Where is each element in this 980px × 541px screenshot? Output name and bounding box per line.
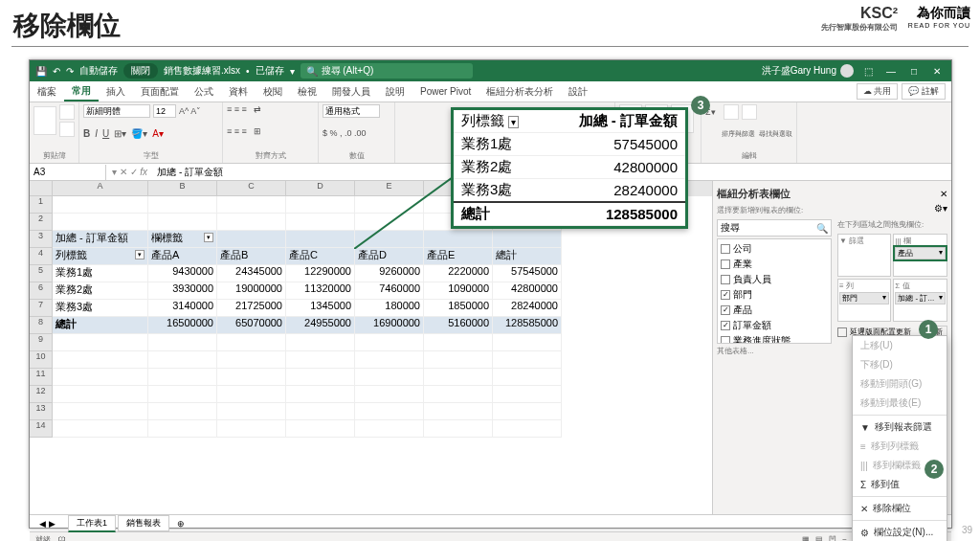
view-normal-icon[interactable]: ▦ [802, 535, 810, 541]
maximize-icon[interactable]: □ [905, 66, 923, 77]
sheet-tab[interactable]: 工作表1 [68, 515, 116, 532]
row-header[interactable]: 5 [30, 265, 53, 282]
tab-formulas[interactable]: 公式 [187, 81, 221, 101]
redo-icon[interactable]: ↷ [66, 66, 74, 77]
dropdown-icon[interactable]: ▾ [204, 233, 213, 242]
fill-color-button[interactable]: 🪣▾ [131, 128, 147, 139]
tab-review[interactable]: 校閱 [256, 81, 290, 101]
menu-move-end[interactable]: 移動到最後(E) [853, 394, 947, 413]
menu-remove-field[interactable]: ✕移除欄位 [853, 499, 947, 518]
row-header[interactable]: 8 [30, 317, 53, 334]
col-header[interactable]: C [217, 181, 286, 196]
col-header[interactable]: D [286, 181, 355, 196]
cut-icon[interactable] [59, 104, 75, 120]
row-header[interactable]: 4 [30, 248, 53, 265]
sheet-tab[interactable]: 銷售報表 [118, 515, 169, 531]
font-color-button[interactable]: A▾ [152, 128, 164, 139]
tab-data[interactable]: 資料 [221, 81, 256, 101]
paste-icon[interactable] [33, 106, 56, 135]
number-format-select[interactable] [323, 104, 380, 118]
checkbox-icon[interactable]: ✓ [721, 290, 730, 300]
checkbox-icon[interactable]: ✓ [721, 305, 730, 315]
menu-to-filter[interactable]: ▼移到報表篩選 [853, 417, 947, 437]
checkbox-icon[interactable]: ✓ [721, 321, 730, 330]
sheet-nav-prev-icon[interactable]: ◀ ▶ [39, 519, 56, 529]
row-header[interactable]: 1 [30, 196, 53, 214]
col-area-item[interactable]: 產品▾ [895, 247, 945, 259]
field-item[interactable]: ✓訂單金額 [720, 318, 829, 333]
checkbox-icon[interactable] [721, 336, 730, 344]
save-icon[interactable]: 💾 [35, 66, 47, 77]
col-header[interactable]: B [148, 181, 217, 196]
dropdown-icon[interactable]: ▾ [135, 250, 145, 259]
menu-move-up[interactable]: 上移(U) [853, 336, 947, 355]
field-item[interactable]: ✓產品 [720, 303, 829, 318]
columns-area[interactable]: ||| 欄產品▾ [893, 234, 947, 277]
close-pane-icon[interactable]: ✕ [940, 189, 947, 199]
field-item[interactable]: 業務進度狀態 [720, 333, 829, 344]
new-sheet-button[interactable]: ⊕ [171, 519, 190, 529]
border-button[interactable]: ⊞▾ [114, 128, 126, 139]
checkbox-icon[interactable] [721, 244, 730, 254]
comments-button[interactable]: 💬 註解 [902, 83, 946, 100]
field-item[interactable]: 負責人員 [720, 272, 829, 287]
share-button[interactable]: ☁ 共用 [857, 83, 899, 100]
row-area-item[interactable]: 部門▾ [839, 292, 889, 304]
field-item[interactable]: ✓部門 [720, 287, 829, 303]
user-account[interactable]: 洪子盛Gary Hung [762, 64, 854, 78]
menu-to-row[interactable]: ≡移到列標籤 [853, 437, 947, 456]
value-area-item[interactable]: 加總 - 訂...▾ [895, 292, 945, 304]
tab-powerpivot[interactable]: Power Pivot [412, 81, 479, 101]
view-layout-icon[interactable]: ▤ [815, 535, 823, 541]
field-item[interactable]: 產業 [720, 257, 829, 272]
font-family-select[interactable] [83, 104, 150, 118]
tab-design[interactable]: 設計 [561, 81, 595, 101]
tab-layout[interactable]: 頁面配置 [133, 81, 187, 101]
row-header[interactable]: 6 [30, 282, 53, 300]
row-header[interactable]: 3 [30, 231, 53, 248]
autosave-toggle[interactable]: 關閉 [123, 63, 158, 79]
bold-button[interactable]: B [83, 128, 90, 139]
underline-button[interactable]: U [102, 128, 109, 139]
menu-field-settings[interactable]: ⚙欄位設定(N)... [853, 523, 947, 541]
pivot-value-label[interactable]: 加總 - 訂單金額 [53, 231, 148, 248]
row-header[interactable]: 14 [30, 420, 53, 438]
field-list[interactable]: 公司產業負責人員✓部門✓產品✓訂單金額業務進度狀態月份 [717, 238, 832, 344]
view-break-icon[interactable]: 凹 [829, 534, 836, 541]
gear-icon[interactable]: ⚙▾ [934, 203, 947, 217]
col-header[interactable]: A [53, 181, 148, 196]
filters-area[interactable]: ▼ 篩選 [837, 234, 891, 277]
font-size-select[interactable] [153, 104, 176, 118]
tab-help[interactable]: 說明 [378, 81, 412, 101]
tab-file[interactable]: 檔案 [30, 81, 64, 101]
find-icon[interactable] [742, 104, 757, 120]
tab-developer[interactable]: 開發人員 [324, 81, 378, 101]
row-header[interactable]: 11 [30, 369, 53, 386]
rows-area[interactable]: ≡ 列部門▾ [837, 279, 891, 322]
row-header[interactable]: 12 [30, 386, 53, 403]
field-search[interactable]: 搜尋🔍 [717, 219, 832, 237]
tab-insert[interactable]: 插入 [99, 81, 133, 101]
copy-icon[interactable] [59, 122, 75, 137]
ribbon-mode-icon[interactable]: ⬚ [859, 66, 877, 77]
menu-move-begin[interactable]: 移動到開頭(G) [853, 374, 947, 394]
menu-move-down[interactable]: 下移(D) [853, 355, 947, 374]
row-header[interactable]: 7 [30, 300, 53, 317]
row-header[interactable]: 13 [30, 403, 53, 420]
undo-icon[interactable]: ↶ [53, 66, 60, 77]
select-all-corner[interactable] [30, 181, 53, 196]
close-icon[interactable]: ✕ [928, 66, 946, 77]
values-area[interactable]: Σ 值加總 - 訂...▾ [893, 279, 947, 322]
italic-button[interactable]: I [95, 128, 98, 139]
field-item[interactable]: 公司 [720, 241, 829, 257]
tab-view[interactable]: 檢視 [290, 81, 324, 101]
name-box[interactable] [30, 165, 106, 180]
checkbox-icon[interactable] [721, 275, 730, 284]
minimize-icon[interactable]: — [882, 66, 900, 77]
sort-filter-icon[interactable] [724, 104, 739, 120]
row-header[interactable]: 10 [30, 351, 53, 369]
other-tables-link[interactable]: 其他表格... [717, 346, 832, 356]
accessibility-icon[interactable]: 🕮 [58, 535, 66, 541]
pivot-col-label[interactable]: 欄標籤▾ [148, 231, 217, 248]
row-header[interactable]: 2 [30, 214, 53, 231]
